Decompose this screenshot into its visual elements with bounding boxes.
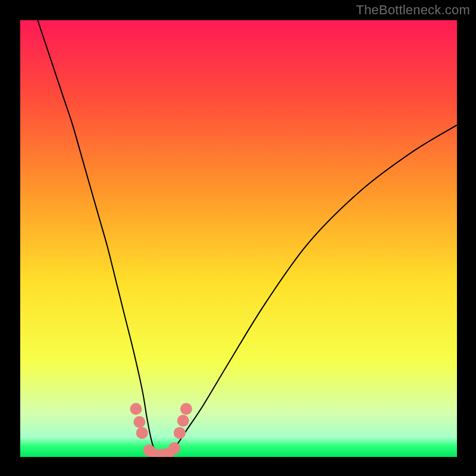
gradient-background xyxy=(20,20,457,457)
curve-marker xyxy=(174,427,186,439)
curve-marker xyxy=(180,403,192,415)
curve-marker xyxy=(130,403,142,415)
curve-marker xyxy=(133,416,145,428)
bottleneck-chart xyxy=(0,0,476,476)
chart-frame: TheBottleneck.com xyxy=(0,0,476,476)
curve-marker xyxy=(177,415,189,427)
curve-marker xyxy=(136,427,148,439)
curve-marker xyxy=(168,442,180,454)
watermark-text: TheBottleneck.com xyxy=(356,2,470,18)
